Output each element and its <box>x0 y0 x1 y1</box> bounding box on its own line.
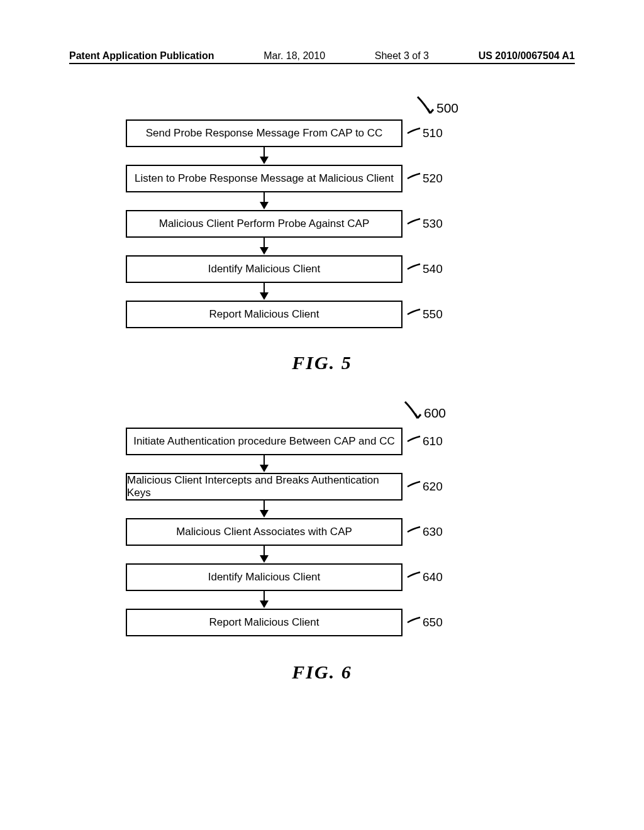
flow-arrow <box>126 192 402 210</box>
step-box: Identify Malicious Client <box>126 563 402 591</box>
step-ref-number: 520 <box>423 172 443 185</box>
flow-step: Malicious Client Perform Probe Against C… <box>126 210 402 238</box>
publication-date: Mar. 18, 2010 <box>264 50 325 62</box>
figure-6-reference: 600 <box>402 399 446 421</box>
step-box: Report Malicious Client <box>126 609 402 636</box>
reference-hook-icon <box>402 399 424 421</box>
step-text: Send Probe Response Message From CAP to … <box>146 127 383 140</box>
step-ref-number: 530 <box>423 217 443 231</box>
step-reference: 510 <box>406 126 443 140</box>
step-reference: 550 <box>406 307 443 321</box>
reference-curve-icon <box>406 172 421 185</box>
step-reference: 620 <box>406 480 443 494</box>
step-text: Report Malicious Client <box>209 308 319 321</box>
flow-arrow <box>126 501 402 518</box>
step-box: Initiate Authentication procedure Betwee… <box>126 428 402 455</box>
step-reference: 640 <box>406 570 443 584</box>
flowchart-fig6: Initiate Authentication procedure Betwee… <box>126 428 402 636</box>
step-reference: 610 <box>406 434 443 448</box>
reference-curve-icon <box>406 262 421 276</box>
step-box: Malicious Client Associates with CAP <box>126 518 402 546</box>
flow-step: Identify Malicious Client 540 <box>126 255 402 283</box>
step-box: Identify Malicious Client <box>126 255 402 283</box>
document-number: US 2010/0067504 A1 <box>479 50 575 62</box>
reference-curve-icon <box>406 434 421 448</box>
flow-arrow <box>126 283 402 301</box>
step-ref-number: 540 <box>423 262 443 276</box>
reference-curve-icon <box>406 217 421 231</box>
flowchart-fig5: Send Probe Response Message From CAP to … <box>126 119 402 328</box>
sheet-number: Sheet 3 of 3 <box>375 50 429 62</box>
flow-step: Report Malicious Client 650 <box>126 609 402 636</box>
publication-label: Patent Application Publication <box>69 50 214 62</box>
step-reference: 540 <box>406 262 443 276</box>
step-text: Identify Malicious Client <box>208 263 321 275</box>
step-text: Listen to Probe Response Message at Mali… <box>135 172 394 185</box>
reference-curve-icon <box>406 525 421 539</box>
reference-curve-icon <box>406 126 421 140</box>
step-ref-number: 620 <box>423 480 443 494</box>
figure-6-number: 600 <box>424 406 446 421</box>
figure-5-caption: FIG. 5 <box>0 352 644 374</box>
figure-6-caption: FIG. 6 <box>0 661 644 683</box>
step-text: Malicious Client Associates with CAP <box>176 526 352 538</box>
step-text: Identify Malicious Client <box>208 571 321 584</box>
step-text: Malicious Client Intercepts and Breaks A… <box>127 474 401 499</box>
page-header: Patent Application Publication Mar. 18, … <box>69 50 575 64</box>
flow-step: Send Probe Response Message From CAP to … <box>126 119 402 147</box>
figure-5-number: 500 <box>436 101 458 116</box>
step-box: Listen to Probe Response Message at Mali… <box>126 165 402 192</box>
step-ref-number: 610 <box>423 434 443 448</box>
step-ref-number: 510 <box>423 126 443 140</box>
flow-step: Report Malicious Client 550 <box>126 301 402 328</box>
step-ref-number: 640 <box>423 570 443 584</box>
reference-hook-icon <box>415 94 436 116</box>
step-box: Report Malicious Client <box>126 301 402 328</box>
flow-arrow <box>126 591 402 609</box>
flow-arrow <box>126 238 402 255</box>
step-box: Malicious Client Perform Probe Against C… <box>126 210 402 238</box>
step-reference: 530 <box>406 217 443 231</box>
flow-step: Initiate Authentication procedure Betwee… <box>126 428 402 455</box>
flow-arrow <box>126 546 402 563</box>
figure-5-reference: 500 <box>415 94 458 116</box>
step-box: Send Probe Response Message From CAP to … <box>126 119 402 147</box>
flow-step: Listen to Probe Response Message at Mali… <box>126 165 402 192</box>
flow-step: Identify Malicious Client 640 <box>126 563 402 591</box>
step-text: Report Malicious Client <box>209 616 319 629</box>
patent-page: Patent Application Publication Mar. 18, … <box>0 0 644 830</box>
step-text: Malicious Client Perform Probe Against C… <box>159 218 369 230</box>
step-reference: 520 <box>406 172 443 185</box>
step-reference: 630 <box>406 525 443 539</box>
step-box: Malicious Client Intercepts and Breaks A… <box>126 473 402 501</box>
step-text: Initiate Authentication procedure Betwee… <box>133 435 395 448</box>
reference-curve-icon <box>406 307 421 321</box>
reference-curve-icon <box>406 480 421 494</box>
flow-arrow <box>126 455 402 473</box>
step-ref-number: 650 <box>423 616 443 629</box>
flow-step: Malicious Client Intercepts and Breaks A… <box>126 473 402 501</box>
step-reference: 650 <box>406 616 443 629</box>
step-ref-number: 630 <box>423 525 443 539</box>
step-ref-number: 550 <box>423 307 443 321</box>
flow-arrow <box>126 147 402 165</box>
reference-curve-icon <box>406 616 421 629</box>
flow-step: Malicious Client Associates with CAP 630 <box>126 518 402 546</box>
reference-curve-icon <box>406 570 421 584</box>
